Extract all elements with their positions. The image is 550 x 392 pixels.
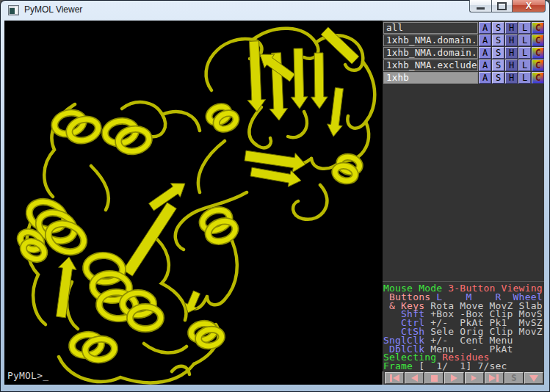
action-button[interactable]: A bbox=[479, 59, 491, 71]
show-button[interactable]: S bbox=[492, 22, 504, 34]
tri-down-icon bbox=[529, 375, 538, 382]
object-name[interactable]: 1xhb_NMA.domain. bbox=[383, 47, 478, 59]
close-button[interactable]: X bbox=[513, 0, 546, 12]
minimize-icon bbox=[477, 7, 485, 10]
tri-left-icon bbox=[411, 374, 418, 382]
hide-button[interactable]: H bbox=[505, 72, 518, 84]
bar-tri-left-icon bbox=[390, 374, 399, 382]
close-icon: X bbox=[526, 1, 532, 11]
stop-button[interactable] bbox=[424, 372, 444, 384]
play-button[interactable] bbox=[444, 372, 463, 384]
mouse-mode-panel: Mouse Mode 3-Button Viewing Buttons L M … bbox=[383, 281, 544, 371]
protein-cartoon bbox=[4, 21, 383, 385]
hide-button[interactable]: H bbox=[505, 35, 518, 46]
hide-button[interactable]: H bbox=[505, 59, 518, 71]
label-button[interactable]: L bbox=[518, 59, 531, 71]
square-icon bbox=[431, 375, 438, 382]
show-button[interactable]: S bbox=[492, 72, 504, 84]
object-list: allASHLC1xhb_NMA.domain.ASHLC1xhb_NMA.do… bbox=[383, 21, 544, 84]
maximize-icon bbox=[497, 2, 507, 10]
show-button[interactable]: S bbox=[492, 59, 504, 71]
tri-right-icon bbox=[451, 374, 457, 382]
maximize-button[interactable] bbox=[491, 0, 513, 12]
object-row: 1xhb_NMA.excludeASHLC bbox=[383, 59, 544, 71]
mouse-panel-text: Frame bbox=[383, 360, 419, 371]
object-row: 1xhbASHLC bbox=[383, 72, 544, 84]
action-button[interactable]: A bbox=[479, 47, 491, 59]
action-button[interactable]: A bbox=[479, 22, 491, 34]
object-row: 1xhb_NMA.domain.ASHLC bbox=[383, 47, 544, 59]
molecule-viewport[interactable]: PyMOL>_ bbox=[4, 21, 383, 385]
playback-controls: S bbox=[383, 371, 544, 385]
object-row: 1xhb_NMA.domain.ASHLC bbox=[383, 35, 544, 46]
object-name[interactable]: 1xhb bbox=[383, 72, 478, 84]
s-button-label: S bbox=[511, 373, 516, 383]
tri-right-bar-icon bbox=[489, 374, 499, 382]
command-prompt[interactable]: PyMOL>_ bbox=[7, 370, 48, 381]
menu-button[interactable] bbox=[524, 372, 543, 384]
object-name[interactable]: 1xhb_NMA.domain. bbox=[383, 35, 478, 46]
action-button[interactable]: A bbox=[479, 35, 491, 46]
label-button[interactable]: L bbox=[518, 35, 531, 46]
go-to-start-button[interactable] bbox=[385, 372, 404, 384]
client-area: PyMOL>_ allASHLC1xhb_NMA.domain.ASHLC1xh… bbox=[4, 21, 544, 385]
action-button[interactable]: A bbox=[479, 72, 491, 84]
label-button[interactable]: L bbox=[518, 47, 531, 59]
color-button[interactable]: C bbox=[532, 22, 544, 34]
tri-right-small-icon bbox=[471, 375, 477, 381]
window-title: PyMOL Viewer bbox=[24, 4, 82, 15]
show-button[interactable]: S bbox=[492, 47, 504, 59]
color-button[interactable]: C bbox=[532, 35, 544, 46]
color-button[interactable]: C bbox=[532, 72, 544, 84]
color-button[interactable]: C bbox=[532, 59, 544, 71]
pymol-window: PyMOL Viewer X PyMOL>_ allASHLC1xhb_NMA.… bbox=[0, 0, 550, 392]
object-name[interactable]: 1xhb_NMA.exclude bbox=[383, 59, 478, 71]
color-button[interactable]: C bbox=[532, 47, 544, 59]
label-button[interactable]: L bbox=[518, 22, 531, 34]
go-to-end-button[interactable] bbox=[485, 372, 504, 384]
titlebar[interactable]: PyMOL Viewer X bbox=[0, 0, 550, 21]
control-sidebar: allASHLC1xhb_NMA.domain.ASHLC1xhb_NMA.do… bbox=[383, 21, 544, 385]
s-button[interactable]: S bbox=[504, 372, 524, 384]
object-name[interactable]: all bbox=[383, 22, 478, 34]
label-button[interactable]: L bbox=[518, 72, 531, 84]
window-controls: X bbox=[469, 0, 546, 12]
object-row: allASHLC bbox=[383, 22, 544, 34]
mouse-panel-text: [ 1/ 1] 7/sec bbox=[419, 360, 507, 371]
frame-line[interactable]: Frame [ 1/ 1] 7/sec bbox=[383, 362, 544, 371]
window-icon bbox=[8, 5, 19, 15]
show-button[interactable]: S bbox=[492, 35, 504, 46]
hide-button[interactable]: H bbox=[505, 22, 518, 34]
hide-button[interactable]: H bbox=[505, 47, 518, 59]
step-back-button[interactable] bbox=[405, 372, 424, 384]
minimize-button[interactable] bbox=[469, 0, 491, 12]
step-forward-button[interactable] bbox=[465, 372, 484, 384]
